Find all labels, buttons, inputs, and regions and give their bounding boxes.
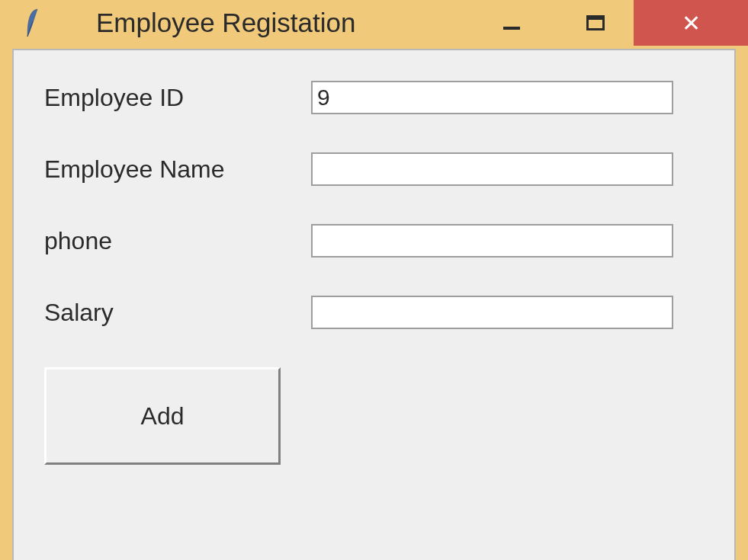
form-row-phone: phone (44, 224, 704, 258)
salary-label: Salary (44, 299, 311, 327)
titlebar-left: Employee Registation (23, 8, 355, 38)
feather-icon (23, 8, 43, 38)
salary-input[interactable] (311, 296, 673, 329)
minimize-button[interactable] (474, 0, 550, 46)
add-button[interactable]: Add (44, 367, 281, 465)
client-area: Employee ID Employee Name phone Salary A… (12, 49, 736, 560)
minimize-icon (503, 27, 520, 30)
employee-name-label: Employee Name (44, 155, 311, 184)
phone-label: phone (44, 227, 311, 255)
close-icon: ✕ (682, 10, 701, 37)
window-title: Employee Registation (96, 8, 355, 38)
employee-id-label: Employee ID (44, 84, 311, 112)
form-row-employee-name: Employee Name (44, 152, 704, 186)
employee-name-input[interactable] (311, 152, 673, 186)
window-controls: ✕ (474, 0, 748, 46)
window-frame: Employee Registation ✕ Employee ID Emplo… (0, 0, 748, 560)
form-row-salary: Salary (44, 296, 704, 329)
maximize-icon (586, 15, 605, 30)
phone-input[interactable] (311, 224, 673, 258)
close-button[interactable]: ✕ (634, 0, 748, 46)
form-row-employee-id: Employee ID (44, 81, 704, 114)
button-row: Add (44, 367, 704, 465)
titlebar[interactable]: Employee Registation ✕ (0, 0, 748, 46)
employee-id-input[interactable] (311, 81, 673, 114)
maximize-button[interactable] (557, 0, 634, 46)
